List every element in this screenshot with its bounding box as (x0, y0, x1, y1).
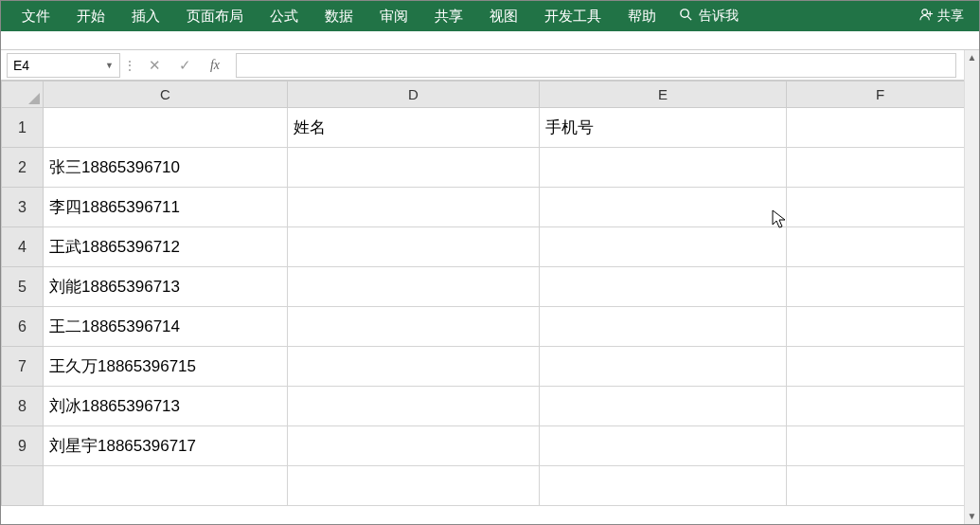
cell-E2[interactable] (540, 148, 787, 188)
tab-help[interactable]: 帮助 (615, 2, 669, 31)
cell-C9[interactable]: 刘星宇18865396717 (44, 426, 288, 466)
formula-bar: E4 ▼ ⋮ ✕ ✓ fx ⌄ (1, 50, 979, 81)
cell-C7[interactable]: 王久万18865396715 (44, 347, 288, 387)
cell-E7[interactable] (540, 347, 787, 387)
tab-insert[interactable]: 插入 (118, 2, 173, 31)
cell-C5[interactable]: 刘能18865396713 (44, 267, 288, 307)
ribbon-content-collapsed (1, 31, 979, 50)
col-header-D[interactable]: D (288, 81, 540, 108)
cell-D1[interactable]: 姓名 (288, 108, 540, 148)
cell-D3[interactable] (288, 188, 540, 227)
tell-me-search[interactable]: 告诉我 (669, 8, 748, 25)
cell-C3[interactable]: 李四18865396711 (44, 188, 288, 227)
scroll-up-icon[interactable]: ▲ (965, 50, 979, 65)
cell-F5[interactable] (787, 267, 974, 307)
cell-F3[interactable] (787, 188, 974, 227)
cell-F4[interactable] (787, 227, 974, 267)
ribbon-tabs-bar: 文件 开始 插入 页面布局 公式 数据 审阅 共享 视图 开发工具 帮助 告诉我… (1, 1, 979, 31)
cell-E9[interactable] (540, 426, 787, 466)
person-icon (919, 8, 934, 25)
col-header-F[interactable]: F (787, 81, 974, 108)
svg-line-1 (687, 16, 691, 20)
svg-point-0 (681, 9, 688, 17)
col-header-C[interactable]: C (44, 81, 288, 108)
row-header-4[interactable]: 4 (2, 227, 44, 267)
tab-review[interactable]: 审阅 (366, 2, 421, 31)
col-header-E[interactable]: E (540, 81, 787, 108)
cell-F7[interactable] (787, 347, 974, 387)
row-header-10[interactable] (2, 466, 44, 506)
row-header-3[interactable]: 3 (2, 188, 44, 227)
tab-formulas[interactable]: 公式 (257, 2, 312, 31)
tab-home[interactable]: 开始 (63, 2, 118, 31)
row-header-7[interactable]: 7 (2, 347, 44, 387)
chevron-down-icon[interactable]: ▼ (105, 61, 114, 70)
formula-cancel-button[interactable]: ✕ (139, 57, 169, 74)
cell-F1[interactable] (787, 108, 974, 148)
row-header-1[interactable]: 1 (2, 108, 44, 148)
row-header-5[interactable]: 5 (2, 267, 44, 307)
share-label: 共享 (937, 8, 964, 25)
cell-D8[interactable] (288, 387, 540, 426)
row-header-9[interactable]: 9 (2, 426, 44, 466)
cell-C6[interactable]: 王二18865396714 (44, 307, 288, 347)
formula-divider: ⋮ (120, 58, 139, 73)
fx-icon[interactable]: fx (200, 58, 230, 73)
cell-E10[interactable] (540, 466, 787, 506)
row-header-8[interactable]: 8 (2, 387, 44, 426)
cells-table: C D E F 1 姓名 手机号 2 张三18865396710 3 李四188… (1, 81, 974, 506)
formula-confirm-button[interactable]: ✓ (169, 57, 200, 74)
tab-view[interactable]: 视图 (476, 2, 531, 31)
vertical-scrollbar[interactable]: ▲ ▼ (964, 50, 979, 524)
cell-D5[interactable] (288, 267, 540, 307)
row-header-2[interactable]: 2 (2, 148, 44, 188)
row-header-6[interactable]: 6 (2, 307, 44, 347)
cell-D9[interactable] (288, 426, 540, 466)
cell-E6[interactable] (540, 307, 787, 347)
formula-input[interactable] (236, 53, 956, 78)
search-icon (679, 8, 693, 25)
cell-D4[interactable] (288, 227, 540, 267)
name-box-value: E4 (13, 58, 29, 73)
cell-E5[interactable] (540, 267, 787, 307)
cell-F6[interactable] (787, 307, 974, 347)
cell-C1[interactable] (44, 108, 288, 148)
cell-E1[interactable]: 手机号 (540, 108, 787, 148)
svg-point-2 (922, 9, 928, 15)
tell-me-label: 告诉我 (699, 8, 739, 25)
cell-E8[interactable] (540, 387, 787, 426)
cell-C8[interactable]: 刘冰18865396713 (44, 387, 288, 426)
tab-file[interactable]: 文件 (9, 2, 63, 31)
cell-C4[interactable]: 王武18865396712 (44, 227, 288, 267)
scroll-down-icon[interactable]: ▼ (965, 509, 979, 524)
cell-D2[interactable] (288, 148, 540, 188)
cell-F9[interactable] (787, 426, 974, 466)
cell-E4[interactable] (540, 227, 787, 267)
cell-F2[interactable] (787, 148, 974, 188)
cell-E3[interactable] (540, 188, 787, 227)
cell-F10[interactable] (787, 466, 974, 506)
tab-page-layout[interactable]: 页面布局 (173, 2, 257, 31)
cell-F8[interactable] (787, 387, 974, 426)
tab-share[interactable]: 共享 (421, 2, 476, 31)
cell-C2[interactable]: 张三18865396710 (44, 148, 288, 188)
cell-D7[interactable] (288, 347, 540, 387)
select-all-corner[interactable] (2, 81, 44, 108)
tab-developer[interactable]: 开发工具 (531, 2, 615, 31)
tab-data[interactable]: 数据 (312, 2, 366, 31)
cell-C10[interactable] (44, 466, 288, 506)
name-box[interactable]: E4 ▼ (7, 53, 120, 78)
cell-D10[interactable] (288, 466, 540, 506)
spreadsheet-grid: C D E F 1 姓名 手机号 2 张三18865396710 3 李四188… (1, 81, 979, 506)
cell-D6[interactable] (288, 307, 540, 347)
share-button[interactable]: 共享 (912, 8, 971, 25)
